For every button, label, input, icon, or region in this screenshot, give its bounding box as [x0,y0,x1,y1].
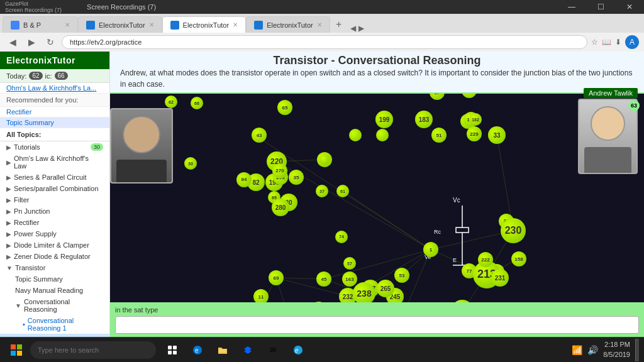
sidebar: ElectronixTutor Today: 62 ic: 66 Ohm's L… [0,52,110,337]
expand-icon: ▶ [6,242,11,249]
svg-rect-56 [168,351,172,354]
edge-icon[interactable]: e [186,339,209,361]
taskbar: e ✉ e 📶 🔊 2:18 PM 8/5/2019 [0,337,644,362]
topic-label: Navy Manual Reading [15,287,83,294]
screen-recordings-favicon [11,21,19,30]
star-icon[interactable]: ☆ [591,38,598,47]
tutor-avatar-image [578,99,638,174]
download-icon[interactable]: ⬇ [615,38,621,47]
close-button[interactable]: ✕ [615,0,644,14]
edge-browser-icon: e [192,345,203,355]
expand-icon: ▶ [6,208,11,215]
topic-power-supply[interactable]: ▶ Power Supply [0,228,109,239]
bottom-input-row [110,315,644,335]
topic-label: Power Supply [14,230,57,238]
topic-topic-summary[interactable]: Topic Summary [0,273,109,285]
topic-pn[interactable]: ▶ Pn Junction [0,206,109,217]
file-explorer-icon[interactable] [211,339,234,361]
new-tab-button[interactable]: + [330,16,348,33]
task-view-button[interactable] [161,339,184,361]
topic-zener[interactable]: ▶ Zener Diode & Regulator [0,251,109,262]
tab-screen-recordings[interactable]: B & P ✕ [3,16,78,33]
tab-et-1[interactable]: ElectronixTutor ✕ [78,16,162,33]
svg-rect-53 [17,351,22,356]
page-title: Transistor - Conversational Reasoning [120,54,634,67]
svg-rect-55 [173,346,177,349]
all-topics-label: All Topics: [0,128,109,141]
topic-label: Ohm's Law & Kirchhoff's Law [14,155,103,170]
topic-filter[interactable]: ▶ Filter [0,194,109,206]
refresh-button[interactable]: ↻ [43,35,58,50]
reading-icon[interactable]: 📖 [602,38,611,47]
bullet-icon: • [23,321,25,328]
svg-rect-57 [173,351,177,354]
tutorials-badge: 30 [91,143,103,151]
tab-close-icon[interactable]: ✕ [317,21,322,28]
windows-logo-icon [10,344,23,356]
topic-transistor[interactable]: ▼ Transistor [0,262,109,273]
forward-button[interactable]: ▶ [24,35,39,50]
question-text: Andrew, at what modes does the transisto… [120,67,634,90]
topic-label: Conversational Reasoning 1 [28,317,103,332]
expand-icon: ▶ [6,185,11,192]
time-display: 2:18 PM [603,340,630,349]
tab-close-icon[interactable]: ✕ [65,21,70,28]
today-badge2: 66 [55,72,68,80]
dropbox-icon[interactable] [236,339,259,361]
back-button[interactable]: ◀ [5,35,20,50]
topic-label: Tutorials [14,143,40,151]
expand-icon: ▶ [6,174,11,181]
topic-conv-1[interactable]: • Conversational Reasoning 1 [0,315,109,334]
show-desktop-button[interactable] [635,339,639,361]
topic-label: Diode Limiter & Clamper [14,241,89,249]
topic-series-combination[interactable]: ▶ Series/parallel Combination [0,183,109,194]
start-button[interactable] [5,339,28,361]
browser-chrome: B & P ✕ ElectronixTutor ✕ ElectronixTuto… [0,14,644,52]
address-input[interactable] [62,35,587,49]
window-controls: — ☐ ✕ [557,0,644,14]
rec-rectifier[interactable]: Rectifier [0,107,109,118]
today-count: 62 [29,72,42,80]
topic-conv-reasoning[interactable]: ▼ Conversational Reasoning [0,296,109,315]
user-label: Andrew Tawlik [584,88,638,98]
topic-label: Transistor [15,264,46,272]
ie-icon[interactable]: e [287,339,309,361]
expand-icon: ▶ [6,159,11,166]
svg-rect-52 [11,351,16,356]
tab-forward-arrow[interactable]: ▶ [358,24,364,33]
expand-icon: ▶ [6,231,11,238]
network-icon[interactable]: 📶 [572,345,582,355]
topic-rectifier[interactable]: ▶ Rectifier [0,217,109,228]
tab-close-icon[interactable]: ✕ [149,21,154,28]
topic-label: Conversational Reasoning [24,298,103,313]
folder-icon [218,345,228,355]
expand-icon: ▼ [15,302,21,309]
taskbar-right: 📶 🔊 2:18 PM 8/5/2019 [572,339,639,361]
topic-navy[interactable]: Navy Manual Reading [0,285,109,296]
tab-et-2[interactable]: ElectronixTutor ✕ [162,16,247,33]
answer-input[interactable] [115,316,639,334]
svg-text:E: E [453,257,457,263]
mail-icon[interactable]: ✉ [262,339,284,361]
task-view-icon [167,345,177,355]
tab-et-3[interactable]: ElectronixTutor ✕ [246,16,330,33]
ohm-law-link[interactable]: Ohm's Law & Kirchhoff's La... [0,83,109,94]
tab-close-icon[interactable]: ✕ [233,21,238,28]
topic-label: Filter [14,196,29,204]
maximize-button[interactable]: ☐ [586,0,615,14]
user-icon[interactable]: A [625,35,639,49]
system-clock: 2:18 PM 8/5/2019 [603,340,630,359]
topic-diode-limiter[interactable]: ▶ Diode Limiter & Clamper [0,239,109,251]
minimize-button[interactable]: — [557,0,586,14]
rec-topic-summary[interactable]: Topic Summary [0,118,109,128]
expand-icon: ▶ [6,219,11,226]
date-display: 8/5/2019 [603,350,630,359]
volume-icon[interactable]: 🔊 [587,345,598,355]
topic-tutorials[interactable]: ▶ Tutorials 30 [0,141,109,153]
expand-icon: ▶ [6,197,11,204]
topic-ohm[interactable]: ▶ Ohm's Law & Kirchhoff's Law [0,153,109,172]
topic-series-parallel[interactable]: ▶ Series & Parallel Circuit [0,172,109,183]
tab-back-arrow[interactable]: ◀ [350,24,356,33]
taskbar-search-input[interactable] [30,341,156,359]
topic-label: Rectifier [14,219,39,226]
